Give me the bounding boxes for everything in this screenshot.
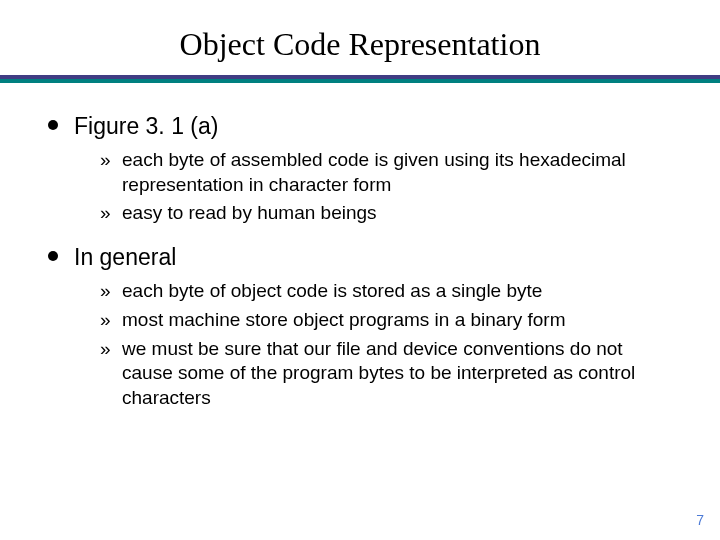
sub-bullet-item: easy to read by human beings: [100, 201, 674, 226]
page-number: 7: [696, 512, 704, 528]
bullet-item: In general each byte of object code is s…: [46, 242, 674, 410]
title-rule: [0, 75, 720, 83]
bullet-item: Figure 3. 1 (a) each byte of assembled c…: [46, 111, 674, 226]
sub-bullet-item: we must be sure that our file and device…: [100, 337, 674, 411]
bullet-label: Figure 3. 1 (a): [74, 113, 218, 139]
bullet-list: Figure 3. 1 (a) each byte of assembled c…: [46, 111, 674, 411]
rule-bottom: [0, 79, 720, 83]
slide-content: Figure 3. 1 (a) each byte of assembled c…: [0, 83, 720, 411]
sub-bullet-list: each byte of assembled code is given usi…: [74, 148, 674, 226]
sub-bullet-list: each byte of object code is stored as a …: [74, 279, 674, 410]
sub-bullet-item: each byte of assembled code is given usi…: [100, 148, 674, 197]
sub-bullet-item: each byte of object code is stored as a …: [100, 279, 674, 304]
sub-bullet-item: most machine store object programs in a …: [100, 308, 674, 333]
slide-root: Object Code Representation Figure 3. 1 (…: [0, 0, 720, 540]
bullet-label: In general: [74, 244, 176, 270]
slide-title: Object Code Representation: [0, 0, 720, 73]
